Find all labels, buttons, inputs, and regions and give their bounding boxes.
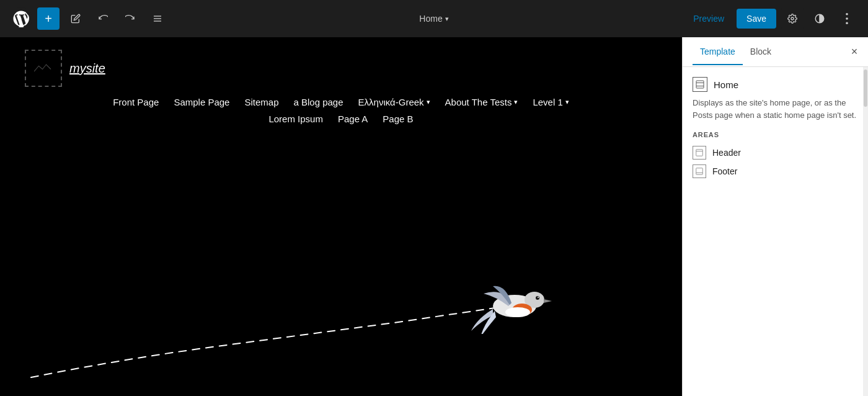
tab-template[interactable]: Template [693,39,743,65]
contrast-button[interactable] [808,7,831,30]
sidebar-scrollbar[interactable] [863,67,868,396]
wordpress-logo[interactable] [10,7,32,30]
svg-point-4 [791,17,794,20]
settings-button[interactable] [781,7,804,30]
toolbar-center: Home ▾ [413,10,454,27]
nav-item-level1[interactable]: Level 1 ▾ [533,97,569,107]
site-header: mysite Front Page Sample Page Sitemap a … [0,37,682,130]
chevron-down-icon: ▾ [565,98,569,106]
preview-button[interactable]: Preview [686,10,732,27]
sidebar-tabs: Template Block × [683,37,868,67]
list-view-button[interactable] [146,7,169,30]
svg-rect-19 [696,150,703,156]
svg-point-13 [536,296,539,300]
nav-item-sample-page[interactable]: Sample Page [174,97,229,107]
nav-item-sitemap[interactable]: Sitemap [244,97,278,107]
toolbar: + Home ▾ Preview [0,0,868,37]
svg-rect-16 [696,81,704,88]
svg-point-15 [505,307,530,317]
nav-item-blog-page[interactable]: a Blog page [293,97,343,107]
header-label: Header [712,148,741,158]
sidebar-content: Home Displays as the site's home page, o… [683,67,868,396]
svg-rect-21 [696,168,703,175]
canvas: mysite Front Page Sample Page Sitemap a … [0,37,682,396]
more-options-button[interactable] [836,7,858,30]
bird-illustration-area [0,247,682,384]
chevron-down-icon: ▾ [427,98,430,106]
site-navigation: Front Page Sample Page Sitemap a Blog pa… [113,97,569,107]
tab-block[interactable]: Block [743,39,779,65]
chevron-down-icon: ▾ [445,15,449,23]
svg-point-7 [846,17,848,20]
bird-svg [471,272,558,334]
sidebar-scrollbar-thumb [864,70,867,107]
home-item-row: Home [693,77,858,92]
edit-button[interactable] [64,7,87,30]
sidebar-panel: Template Block × Home Displays as the si… [682,37,868,396]
toolbar-right: Preview Save [686,7,858,30]
svg-point-8 [846,22,848,24]
header-area-icon [693,146,706,160]
svg-point-14 [538,297,539,298]
nav-item-about-tests[interactable]: About The Tests ▾ [445,97,518,107]
site-logo-box [25,50,62,87]
add-block-button[interactable]: + [37,7,60,30]
footer-area-icon [693,164,706,178]
redo-button[interactable] [119,7,141,30]
save-button[interactable]: Save [737,9,776,29]
home-description: Displays as the site's home page, or as … [693,97,858,121]
page-title-dropdown[interactable]: Home ▾ [413,10,454,27]
svg-point-6 [846,13,848,16]
undo-button[interactable] [92,7,114,30]
close-sidebar-button[interactable]: × [846,43,863,61]
home-label: Home [714,79,738,90]
toolbar-left: + [10,7,169,30]
svg-marker-11 [544,299,552,303]
sub-navigation: Lorem Ipsum Page A Page B [268,114,413,124]
area-footer-row[interactable]: Footer [693,162,858,181]
area-header-row[interactable]: Header [693,143,858,162]
areas-section-label: AREAS [693,131,858,138]
page-title-text: Home [419,14,442,24]
sub-nav-page-a[interactable]: Page A [338,114,368,124]
nav-item-front-page[interactable]: Front Page [113,97,159,107]
sub-nav-page-b[interactable]: Page B [383,114,413,124]
nav-item-greek[interactable]: Ελληνικά-Greek ▾ [358,97,430,107]
sub-nav-lorem-ipsum[interactable]: Lorem Ipsum [268,114,323,124]
footer-label: Footer [712,166,737,176]
dashed-path-svg [0,259,682,384]
main-area: mysite Front Page Sample Page Sitemap a … [0,37,868,396]
chevron-down-icon: ▾ [514,98,518,106]
site-logo-area: mysite [25,50,105,87]
home-layout-icon [693,77,707,92]
site-name: mysite [69,61,105,76]
